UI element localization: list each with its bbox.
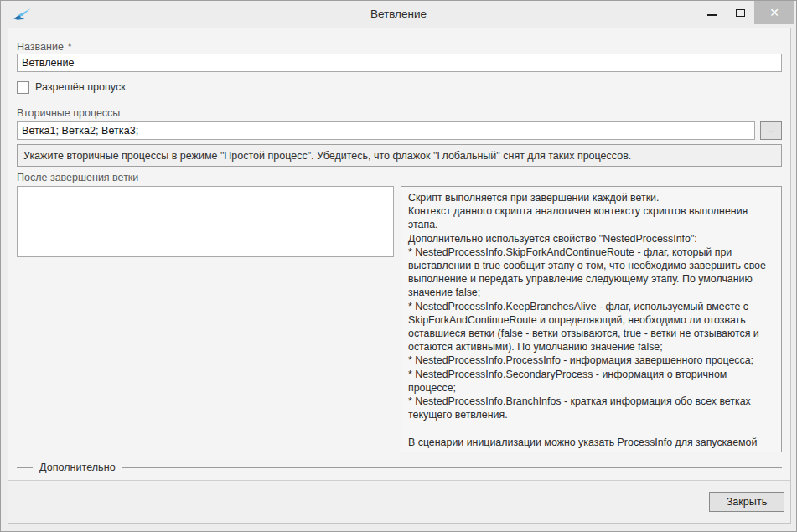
minimize-button[interactable] [697,1,726,24]
close-dialog-button[interactable]: Закрыть [709,492,784,512]
additional-expander-label: Дополнительно [39,462,116,473]
close-icon: ✕ [769,7,779,18]
dialog-content-panel: Название* Разрешён пропуск Вторичные про… [8,28,791,524]
minimize-icon [707,14,717,16]
skip-allowed-checkbox[interactable] [17,81,29,94]
title-bar: Ветвление ✕ [1,1,796,26]
skip-allowed-label: Разрешён пропуск [35,81,126,94]
maximize-button[interactable] [726,1,754,24]
expander-line-right [122,467,782,468]
window-controls: ✕ [697,1,794,24]
secondary-processes-row: ... [17,121,782,140]
secondary-processes-label: Вторичные процессы [17,107,782,119]
skip-allowed-row: Разрешён пропуск [17,81,782,94]
window-title: Ветвление [1,1,796,26]
script-help-text: Скрипт выполняется при завершении каждой… [401,186,782,452]
maximize-icon [736,9,745,17]
required-marker: * [68,41,72,53]
dialog-footer: Закрыть [8,480,790,523]
secondary-processes-input[interactable] [17,121,755,140]
additional-expander[interactable]: Дополнительно [17,462,782,473]
after-branch-label: После завершения ветки [17,172,782,183]
script-section: Скрипт выполняется при завершении каждой… [17,186,782,452]
browse-ellipsis-button[interactable]: ... [760,121,782,140]
dialog-window: Ветвление ✕ Название* Разрешён пропуск В… [0,0,797,532]
close-window-button[interactable]: ✕ [754,1,794,24]
expander-line-left [17,467,33,468]
name-input[interactable] [17,54,782,72]
after-branch-script-input[interactable] [17,186,394,257]
secondary-processes-hint: Укажите вторичные процессы в режиме "Про… [17,144,782,167]
name-field-label: Название* [17,41,782,53]
